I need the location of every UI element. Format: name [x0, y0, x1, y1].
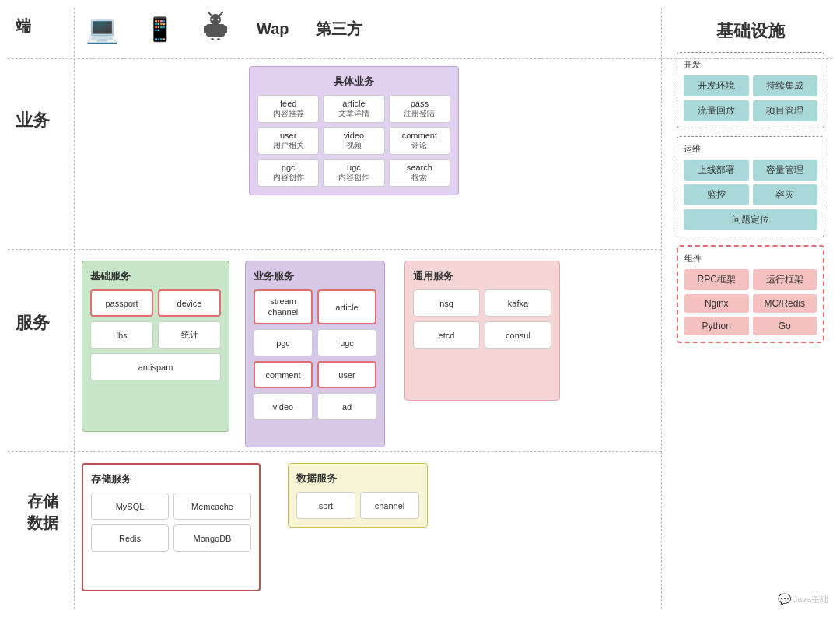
infra-kaifa-huanjing: 开发环境	[684, 75, 749, 96]
svg-rect-1	[206, 24, 225, 37]
item-comment: comment评论	[389, 127, 450, 155]
item-memcache: Memcache	[173, 493, 251, 520]
infra-xiangmu-guanli: 项目管理	[753, 100, 818, 121]
infra-dev-section: 开发 开发环境 持续集成 流量回放 项目管理	[677, 52, 824, 128]
header-icons: 💻 📱 Wap	[86, 12, 362, 46]
item-redis: Redis	[91, 524, 169, 552]
infra-nginx: Nginx	[684, 294, 749, 313]
storage-label: 存储数据	[12, 490, 74, 534]
item-ugc: ugc内容创作	[323, 159, 384, 187]
item-pass: pass注册登陆	[389, 95, 450, 123]
android-icon	[201, 12, 229, 46]
infra-jiankong: 监控	[684, 184, 749, 205]
infra-ops-label: 运维	[684, 143, 817, 155]
infra-liuliang-huifang: 流量回放	[684, 100, 749, 121]
juti-business-title: 具体业务	[257, 75, 450, 89]
wap-label: Wap	[257, 20, 289, 38]
item-consul: consul	[485, 321, 551, 349]
item-antispam: antispam	[90, 353, 221, 380]
item-tongji: 统计	[158, 321, 221, 349]
mobile-icon: 📱	[145, 16, 174, 43]
infra-rongliang-guanli: 容量管理	[753, 160, 818, 181]
infra-components-section: 组件 RPC框架 运行框架 Nginx MC/Redis Python Go	[677, 245, 824, 343]
watermark: 💬 Java基础	[778, 593, 828, 605]
item-device: device	[158, 289, 221, 317]
item-feed: feed内容推荐	[257, 95, 319, 123]
item-mysql: MySQL	[91, 493, 169, 520]
item-video: video视频	[323, 127, 384, 155]
item-comment-svc: comment	[254, 361, 313, 388]
infra-wenti-dingwei: 问题定位	[684, 209, 817, 230]
infra-title: 基础设施	[677, 19, 824, 43]
item-ad-svc: ad	[317, 393, 376, 420]
infra-chixu-jicheng: 持续集成	[753, 75, 818, 96]
infra-ops-section: 运维 上线部署 容量管理 监控 容灾 问题定位	[677, 136, 824, 237]
svg-rect-7	[204, 26, 207, 33]
item-article: article文章详情	[323, 95, 384, 123]
jichu-service-box: 基础服务 passport device lbs 统计 antispam	[82, 261, 229, 432]
laptop-icon: 💻	[86, 13, 118, 44]
infra-python: Python	[684, 317, 749, 335]
item-stream-channel: stream channel	[254, 289, 313, 324]
header-label: 端	[16, 16, 31, 37]
svg-point-5	[212, 19, 214, 21]
infra-rongzai: 容灾	[753, 184, 818, 205]
juti-business-box: 具体业务 feed内容推荐 article文章详情 pass注册登陆 user用…	[249, 66, 459, 195]
svg-rect-8	[224, 26, 227, 33]
infra-components-label: 组件	[684, 253, 817, 265]
item-video-svc: video	[254, 393, 313, 420]
jichu-service-title: 基础服务	[90, 269, 221, 283]
business-label: 业务	[16, 109, 50, 132]
storage-service-title: 存储服务	[91, 472, 251, 486]
item-pgc: pgc内容创作	[257, 159, 319, 187]
service-label: 服务	[16, 311, 50, 335]
infra-yunxing-kuangjia: 运行框架	[753, 269, 817, 290]
item-mongodb: MongoDB	[173, 524, 251, 552]
yewu-service-title: 业务服务	[254, 269, 376, 283]
item-nsq: nsq	[413, 289, 480, 317]
infra-go: Go	[753, 317, 817, 335]
infra-mc-redis: MC/Redis	[753, 294, 817, 313]
item-channel: channel	[360, 492, 419, 519]
infra-shanxian-bushu: 上线部署	[684, 160, 749, 181]
item-etcd: etcd	[413, 321, 480, 349]
svg-line-3	[208, 12, 211, 15]
item-pgc-svc: pgc	[254, 329, 313, 356]
item-sort: sort	[296, 492, 355, 519]
item-user: user用户相关	[257, 127, 319, 155]
svg-point-6	[218, 19, 220, 21]
storage-service-box: 存储服务 MySQL Memcache Redis MongoDB	[82, 463, 261, 591]
tongyong-service-box: 通用服务 nsq kafka etcd consul	[404, 261, 560, 401]
item-passport: passport	[90, 289, 153, 317]
svg-line-4	[220, 12, 222, 15]
item-user-svc: user	[317, 361, 376, 388]
yewu-service-box: 业务服务 stream channel article pgc ugc comm…	[245, 261, 385, 447]
data-service-title: 数据服务	[296, 472, 419, 486]
thirdparty-label: 第三方	[316, 19, 362, 40]
item-lbs: lbs	[90, 321, 153, 349]
item-search: search检索	[389, 159, 450, 187]
infra-dev-label: 开发	[684, 59, 817, 71]
infra-panel: 基础设施 开发 开发环境 持续集成 流量回放 项目管理 运维 上线部署 容量管理…	[669, 8, 832, 609]
item-ugc-svc: ugc	[317, 329, 376, 356]
infra-rpc-kuangjia: RPC框架	[684, 269, 749, 290]
data-service-box: 数据服务 sort channel	[288, 463, 428, 528]
tongyong-service-title: 通用服务	[413, 269, 551, 283]
item-kafka: kafka	[485, 289, 551, 317]
item-article-svc: article	[317, 289, 376, 324]
